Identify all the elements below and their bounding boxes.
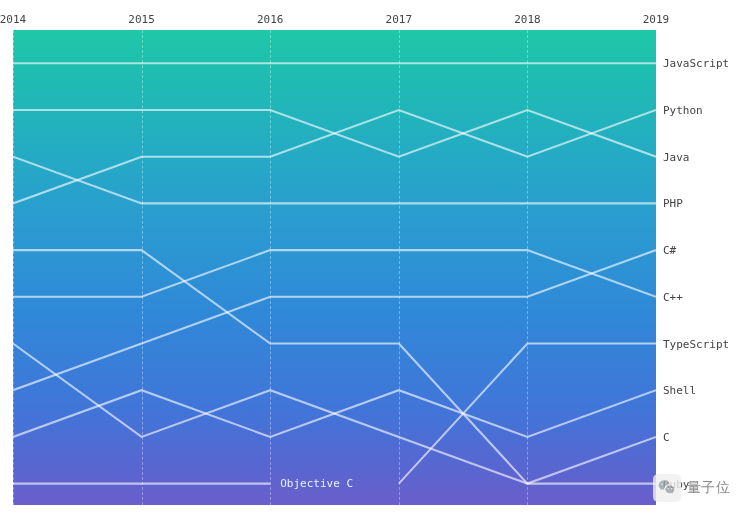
series-label: PHP (663, 197, 683, 210)
y-axis-labels: JavaScriptPythonJavaPHPC#C++TypeScriptSh… (663, 30, 743, 505)
series-label: TypeScript (663, 337, 729, 350)
series-label: JavaScript (663, 57, 729, 70)
series-label: C++ (663, 290, 683, 303)
series-label: Shell (663, 384, 696, 397)
series-line (13, 250, 656, 297)
series-label: Ruby (663, 477, 690, 490)
series-line (13, 250, 656, 390)
series-line (13, 110, 656, 203)
series-line (13, 110, 656, 157)
grid-line (656, 30, 657, 505)
series-label: Java (663, 150, 690, 163)
x-tick: 2018 (514, 13, 541, 26)
plot-area: Objective C (13, 30, 656, 505)
x-tick: 2015 (128, 13, 155, 26)
rank-lines-svg (13, 30, 656, 505)
series-line (399, 344, 656, 484)
x-tick: 2016 (257, 13, 284, 26)
x-axis: 201420152016201720182019 (13, 13, 656, 27)
x-tick: 2017 (386, 13, 413, 26)
rank-chart: 201420152016201720182019 Objective C Jav… (13, 13, 731, 513)
x-tick: 2014 (0, 13, 26, 26)
series-label: Python (663, 103, 703, 116)
series-line (13, 157, 656, 204)
series-label: C (663, 430, 670, 443)
series-label: C# (663, 244, 676, 257)
series-line (13, 344, 656, 484)
x-tick: 2019 (643, 13, 670, 26)
